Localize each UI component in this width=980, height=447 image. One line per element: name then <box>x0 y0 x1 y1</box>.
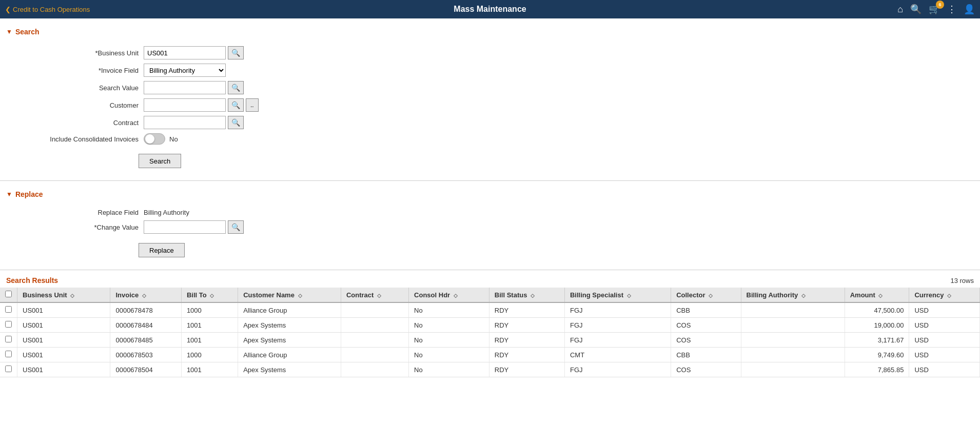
search-button[interactable]: Search <box>139 154 181 168</box>
col-business-unit[interactable]: Business Unit ◇ <box>17 288 110 302</box>
toggle-label: No <box>169 135 178 143</box>
cell-currency: USD <box>909 333 980 348</box>
include-consolidated-toggle[interactable] <box>144 133 165 145</box>
row-checkbox[interactable] <box>5 351 12 357</box>
cell-bill-status: RDY <box>489 333 564 348</box>
row-checkbox-cell[interactable] <box>0 318 17 333</box>
customer-lookup-button[interactable]: 🔍 <box>228 98 244 112</box>
cell-amount: 47,500.00 <box>845 302 909 318</box>
cell-billing-auth <box>741 362 845 377</box>
cell-bill-to: 1000 <box>181 348 238 362</box>
business-unit-input[interactable] <box>144 46 226 59</box>
customer-alt-lookup-button[interactable]: .. <box>246 98 259 112</box>
results-table: Business Unit ◇ Invoice ◇ Bill To ◇ Cust… <box>0 288 980 377</box>
change-value-lookup-button[interactable]: 🔍 <box>228 220 244 234</box>
cell-billing-auth <box>741 333 845 348</box>
col-collector[interactable]: Collector ◇ <box>671 288 741 302</box>
cell-bill-to: 1000 <box>181 302 238 318</box>
cell-bill-status: RDY <box>489 302 564 318</box>
col-invoice[interactable]: Invoice ◇ <box>110 288 181 302</box>
sort-icon-invoice: ◇ <box>142 293 146 298</box>
cell-customer: Alliance Group <box>238 348 341 362</box>
cell-contract <box>341 318 408 333</box>
cell-bu: US001 <box>17 362 110 377</box>
replace-section-header[interactable]: ▼ Replace <box>0 186 980 202</box>
col-bill-to[interactable]: Bill To ◇ <box>181 288 238 302</box>
results-title: Search Results <box>6 276 58 285</box>
contract-input[interactable] <box>144 116 226 129</box>
row-checkbox-cell[interactable] <box>0 362 17 377</box>
sort-icon-bu: ◇ <box>70 293 74 298</box>
row-checkbox[interactable] <box>5 321 12 328</box>
col-currency[interactable]: Currency ◇ <box>909 288 980 302</box>
col-billing-specialist[interactable]: Billing Specialist ◇ <box>564 288 671 302</box>
search-value-input-wrap: 🔍 <box>144 81 244 94</box>
replace-section: ▼ Replace Replace Field Billing Authorit… <box>0 181 980 270</box>
col-amount[interactable]: Amount ◇ <box>845 288 909 302</box>
back-arrow-icon: ❮ <box>5 6 11 13</box>
include-consolidated-label: Include Consolidated Invoices <box>10 135 144 143</box>
business-unit-lookup-button[interactable]: 🔍 <box>228 46 244 59</box>
select-all-header[interactable] <box>0 288 17 302</box>
cell-invoice: 0000678503 <box>110 348 181 362</box>
home-icon[interactable]: ⌂ <box>897 4 903 15</box>
include-consolidated-toggle-wrap: No <box>144 133 178 145</box>
row-checkbox-cell[interactable] <box>0 302 17 318</box>
col-billing-authority[interactable]: Billing Authority ◇ <box>741 288 845 302</box>
customer-label: Customer <box>10 101 144 109</box>
cell-bill-status: RDY <box>489 348 564 362</box>
cell-bill-status: RDY <box>489 362 564 377</box>
user-icon[interactable]: 👤 <box>964 4 975 15</box>
search-section: ▼ Search *Business Unit 🔍 *Invoice Field… <box>0 18 980 181</box>
cell-contract <box>341 362 408 377</box>
results-header: Search Results 13 rows <box>0 274 980 288</box>
col-bill-status[interactable]: Bill Status ◇ <box>489 288 564 302</box>
change-value-input[interactable] <box>144 220 226 234</box>
col-contract[interactable]: Contract ◇ <box>341 288 408 302</box>
replace-field-label: Replace Field <box>10 209 144 216</box>
row-checkbox-cell[interactable] <box>0 348 17 362</box>
table-row: US001 0000678484 1001 Apex Systems No RD… <box>0 318 980 333</box>
table-row: US001 0000678504 1001 Apex Systems No RD… <box>0 362 980 377</box>
customer-input-wrap: 🔍 .. <box>144 98 259 112</box>
row-checkbox[interactable] <box>5 365 12 372</box>
invoice-field-input-wrap: Billing Authority <box>144 64 226 77</box>
sort-icon-customer: ◇ <box>298 293 302 298</box>
row-checkbox[interactable] <box>5 306 12 313</box>
change-value-label: *Change Value <box>10 223 144 231</box>
cell-bu: US001 <box>17 348 110 362</box>
replace-field-value: Billing Authority <box>144 209 189 216</box>
col-consol-hdr[interactable]: Consol Hdr ◇ <box>409 288 489 302</box>
search-value-input[interactable] <box>144 81 226 94</box>
col-customer-name[interactable]: Customer Name ◇ <box>238 288 341 302</box>
results-table-wrap[interactable]: Business Unit ◇ Invoice ◇ Bill To ◇ Cust… <box>0 288 980 377</box>
change-value-row: *Change Value 🔍 <box>0 220 980 234</box>
search-value-lookup-button[interactable]: 🔍 <box>228 81 244 94</box>
cell-bill-to: 1001 <box>181 318 238 333</box>
menu-icon[interactable]: ⋮ <box>947 4 956 15</box>
cell-currency: USD <box>909 362 980 377</box>
invoice-field-select[interactable]: Billing Authority <box>144 64 226 77</box>
table-row: US001 0000678503 1000 Alliance Group No … <box>0 348 980 362</box>
cell-billing-auth <box>741 348 845 362</box>
cell-collector: COS <box>671 333 741 348</box>
cart-badge: 6 <box>936 1 944 9</box>
cart-icon[interactable]: 🛒 6 <box>929 4 940 15</box>
cell-collector: CBB <box>671 302 741 318</box>
replace-field-row: Replace Field Billing Authority <box>0 209 980 216</box>
cell-invoice: 0000678484 <box>110 318 181 333</box>
contract-label: Contract <box>10 119 144 127</box>
select-all-checkbox[interactable] <box>5 291 12 297</box>
back-link[interactable]: ❮ Credit to Cash Operations <box>5 6 90 13</box>
row-checkbox-cell[interactable] <box>0 333 17 348</box>
search-section-header[interactable]: ▼ Search <box>0 24 980 40</box>
contract-input-wrap: 🔍 <box>144 116 244 129</box>
customer-input[interactable] <box>144 98 226 112</box>
search-icon[interactable]: 🔍 <box>910 4 922 15</box>
main-content: ▼ Search *Business Unit 🔍 *Invoice Field… <box>0 18 980 447</box>
business-unit-input-wrap: 🔍 <box>144 46 244 59</box>
row-checkbox[interactable] <box>5 336 12 342</box>
replace-button[interactable]: Replace <box>139 243 185 257</box>
contract-lookup-button[interactable]: 🔍 <box>228 116 244 129</box>
search-chevron-icon: ▼ <box>6 28 12 35</box>
